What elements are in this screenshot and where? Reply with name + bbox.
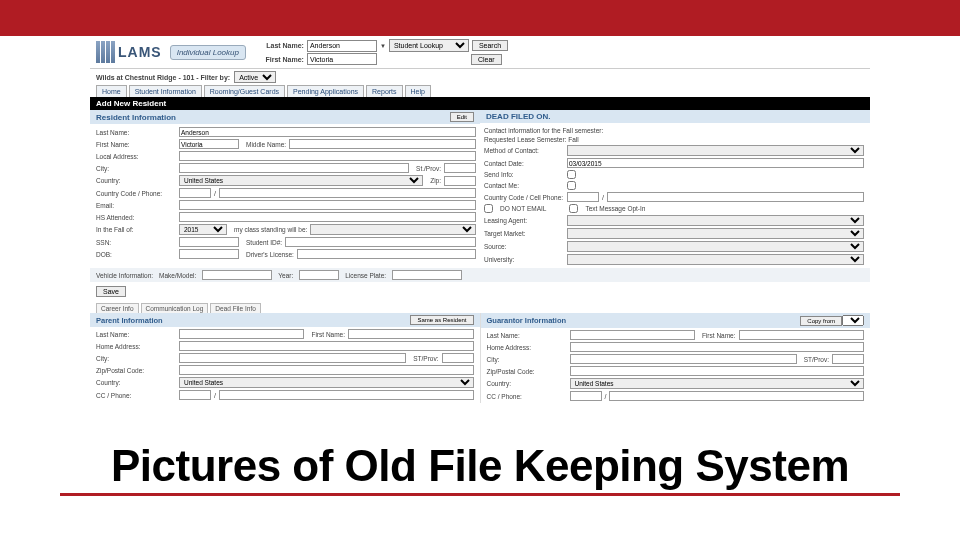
phone-input[interactable] [219,188,476,198]
clear-button[interactable]: Clear [471,54,502,65]
plate-input[interactable] [392,270,462,280]
g-firstname-label: First Name: [702,332,736,339]
g-country-select[interactable]: United States [570,378,865,389]
dob-input[interactable] [179,249,239,259]
cc-cell-label: Country Code / Cell Phone: [484,194,564,201]
stprov-input[interactable] [444,163,476,173]
filter-select[interactable]: Active [234,71,276,83]
p-addr-label: Home Address: [96,343,176,350]
university-select[interactable] [567,254,864,265]
method-select[interactable] [567,145,864,156]
g-phone-input[interactable] [609,391,864,401]
same-as-resident-button[interactable]: Same as Resident [410,315,473,325]
g-addr-input[interactable] [570,342,865,352]
lookup-badge: Individual Lookup [170,45,246,60]
tab-pending[interactable]: Pending Applications [287,85,364,97]
standing-select[interactable] [310,224,476,235]
email-input[interactable] [179,200,476,210]
copy-from-select[interactable] [842,315,864,326]
city-input[interactable] [179,163,409,173]
guarantor-header-text: Guarantor Information [487,316,567,325]
g-firstname-input[interactable] [739,330,864,340]
year-input[interactable] [299,270,339,280]
tab-reports[interactable]: Reports [366,85,403,97]
title-bar [0,0,960,36]
dl-input[interactable] [297,249,476,259]
dropdown-icon[interactable]: ▼ [380,43,386,49]
g-phone-label: CC / Phone: [487,393,567,400]
hs-input[interactable] [179,212,476,222]
search-button[interactable]: Search [472,40,508,51]
city-label: City: [96,165,176,172]
guarantor-header: Guarantor InformationCopy from [481,313,871,328]
local-addr-input[interactable] [179,151,476,161]
year-label: Year: [278,272,293,279]
parent-header: Parent InformationSame as Resident [90,313,480,327]
zip-input[interactable] [444,176,476,186]
cc-cell-input[interactable] [567,192,599,202]
section-title: Add New Resident [90,97,870,110]
p-stprov-input[interactable] [442,353,474,363]
tab-student-info[interactable]: Student Information [129,85,202,97]
p-cc-input[interactable] [179,390,211,400]
country-select[interactable]: United States [179,175,423,186]
tab-rooming[interactable]: Rooming/Guest Cards [204,85,285,97]
text-optin-checkbox[interactable] [569,204,578,213]
university-label: University: [484,256,564,263]
make-input[interactable] [202,270,272,280]
p-phone-label: CC / Phone: [96,392,176,399]
g-stprov-input[interactable] [832,354,864,364]
cc-input[interactable] [179,188,211,198]
tab-home[interactable]: Home [96,85,127,97]
target-market-label: Target Market: [484,230,564,237]
caption-underline [60,493,900,496]
contact-date-input[interactable] [567,158,864,168]
g-stprov-label: ST/Prov: [804,356,829,363]
last-name-label: Last Name: [254,42,304,49]
save-button[interactable]: Save [96,286,126,297]
contact-me-checkbox[interactable] [567,181,576,190]
make-label: Make/Model: [159,272,196,279]
cell-input[interactable] [607,192,864,202]
tab-help[interactable]: Help [405,85,431,97]
lookup-mode-select[interactable]: Student Lookup [389,39,469,52]
p-lastname-input[interactable] [179,329,304,339]
copy-from-button[interactable]: Copy from [800,316,842,326]
g-cc-input[interactable] [570,391,602,401]
p-country-select[interactable]: United States [179,377,474,388]
p-phone-input[interactable] [219,390,474,400]
target-market-select[interactable] [567,228,864,239]
p-firstname-input[interactable] [348,329,473,339]
last-name-input[interactable] [307,40,377,52]
ssn-label: SSN: [96,239,176,246]
cc-phone-label: Country Code / Phone: [96,190,176,197]
res-lastname-input[interactable] [179,127,476,137]
edit-button[interactable]: Edit [450,112,474,122]
subtab-career[interactable]: Career Info [96,303,139,313]
subtab-commlog[interactable]: Communication Log [141,303,209,313]
studentid-input[interactable] [285,237,476,247]
dead-filed-header: DEAD FILED ON. [480,110,870,123]
g-city-input[interactable] [570,354,797,364]
p-city-input[interactable] [179,353,406,363]
ssn-input[interactable] [179,237,239,247]
sub-tabs: Career Info Communication Log Dead File … [90,301,870,313]
contact-info-text: Contact information for the Fall semeste… [484,127,603,134]
vehicle-info-label: Vehicle Information: [96,272,153,279]
p-addr-input[interactable] [179,341,474,351]
subtab-deadfile[interactable]: Dead File Info [210,303,260,313]
leasing-agent-select[interactable] [567,215,864,226]
g-lastname-input[interactable] [570,330,695,340]
send-info-checkbox[interactable] [567,170,576,179]
res-firstname-label: First Name: [96,141,176,148]
p-stprov-label: ST/Prov: [413,355,438,362]
first-name-input[interactable] [307,53,377,65]
fall-label: In the Fall of: [96,226,176,233]
fall-year-select[interactable]: 2015 [179,224,227,235]
p-zip-input[interactable] [179,365,474,375]
res-firstname-input[interactable] [179,139,239,149]
no-email-checkbox[interactable] [484,204,493,213]
middle-input[interactable] [289,139,476,149]
source-select[interactable] [567,241,864,252]
g-zip-input[interactable] [570,366,865,376]
